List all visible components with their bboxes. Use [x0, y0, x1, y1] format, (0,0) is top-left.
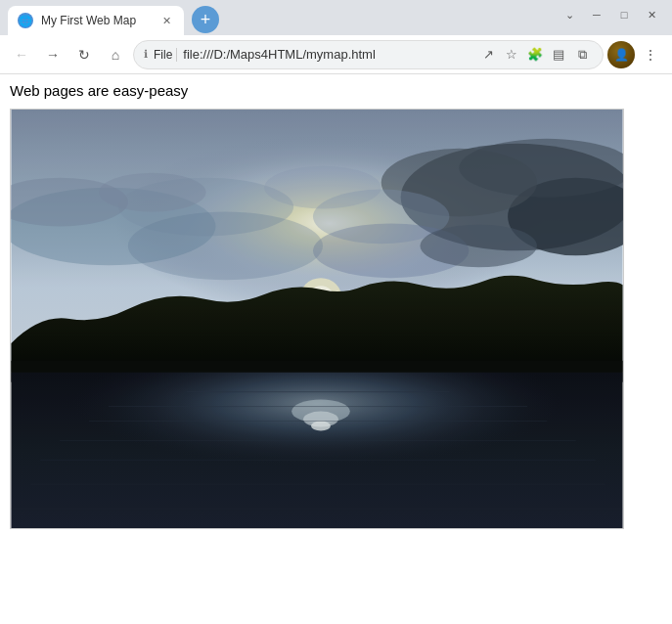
tab-favicon: [18, 13, 33, 28]
tab-close-button[interactable]: ✕: [158, 13, 174, 28]
tab-strip: My First Web Map ✕ +: [8, 0, 549, 35]
maximize-button[interactable]: □: [611, 6, 637, 23]
chrome-menu-button[interactable]: ⋮: [637, 41, 664, 68]
close-button[interactable]: ✕: [639, 6, 664, 23]
chevron-icon[interactable]: ⌄: [557, 6, 582, 23]
title-bar: My First Web Map ✕ + ⌄ ─ □ ✕: [0, 0, 672, 35]
profile-button[interactable]: 👤: [607, 41, 635, 68]
split-view-icon[interactable]: ⧉: [571, 44, 593, 66]
extensions-icon[interactable]: 🧩: [524, 44, 546, 66]
nav-bar: ← → ↻ ⌂ ℹ File file:///D:/Maps4HTML/myma…: [0, 35, 672, 74]
web-content: Web pages are easy-peasy: [0, 74, 672, 624]
landscape-svg: [11, 110, 623, 528]
share-icon[interactable]: ↗: [477, 44, 499, 66]
new-tab-button[interactable]: +: [192, 6, 219, 33]
landscape-image: [10, 109, 624, 529]
home-button[interactable]: ⌂: [102, 41, 129, 68]
window-chrome: My First Web Map ✕ + ⌄ ─ □ ✕ ← → ↻ ⌂ ℹ F…: [0, 0, 672, 74]
active-tab[interactable]: My First Web Map ✕: [8, 6, 184, 35]
back-button[interactable]: ←: [8, 41, 35, 68]
bookmark-icon[interactable]: ☆: [501, 44, 522, 66]
forward-button[interactable]: →: [39, 41, 67, 68]
page-body-text: Web pages are easy-peasy: [10, 82, 662, 99]
reload-button[interactable]: ↻: [70, 41, 98, 68]
sidebar-icon[interactable]: ▤: [548, 44, 569, 66]
file-label: File: [154, 48, 177, 62]
nav-right-icons: 👤 ⋮: [607, 41, 664, 68]
address-bar[interactable]: ℹ File file:///D:/Maps4HTML/mymap.html ↗…: [133, 40, 604, 69]
window-controls: ⌄ ─ □ ✕: [557, 6, 664, 23]
profile-avatar: 👤: [607, 41, 635, 68]
address-text: file:///D:/Maps4HTML/mymap.html: [183, 47, 471, 62]
svg-rect-30: [11, 110, 622, 528]
tab-title: My First Web Map: [41, 14, 151, 27]
info-icon: ℹ: [144, 48, 148, 61]
minimize-button[interactable]: ─: [584, 6, 609, 23]
address-action-icons: ↗ ☆ 🧩 ▤ ⧉: [477, 44, 593, 66]
